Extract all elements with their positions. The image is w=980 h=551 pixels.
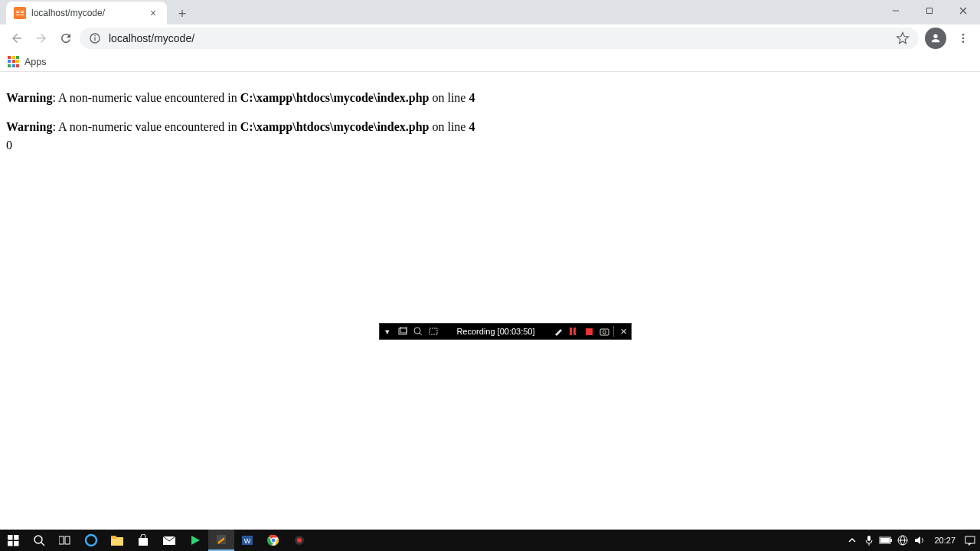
svg-rect-42 bbox=[890, 539, 892, 542]
svg-rect-19 bbox=[14, 535, 19, 540]
tray-battery-icon[interactable] bbox=[879, 530, 893, 551]
svg-rect-47 bbox=[965, 536, 975, 543]
url-text: localhost/mycode/ bbox=[109, 32, 888, 44]
taskbar-app-explorer[interactable] bbox=[104, 530, 130, 551]
svg-rect-6 bbox=[94, 35, 95, 36]
svg-rect-28 bbox=[111, 536, 116, 539]
svg-point-26 bbox=[86, 535, 96, 546]
recorder-zoom-icon[interactable] bbox=[410, 324, 426, 339]
start-button[interactable] bbox=[0, 530, 26, 551]
close-window-button[interactable] bbox=[946, 0, 980, 21]
taskbar-app-word[interactable]: W bbox=[234, 530, 260, 551]
bookmarks-bar: Apps bbox=[0, 52, 980, 72]
svg-point-9 bbox=[962, 37, 965, 40]
svg-marker-31 bbox=[191, 536, 200, 545]
tab-close-icon[interactable]: × bbox=[147, 7, 159, 19]
svg-point-10 bbox=[962, 41, 965, 43]
php-warning: Warning: A non-numeric value encountered… bbox=[6, 118, 974, 136]
recorder-status: Recording [00:03:50] bbox=[441, 327, 550, 336]
svg-rect-40 bbox=[867, 536, 871, 541]
svg-rect-21 bbox=[14, 541, 19, 546]
recorder-menu-icon[interactable]: ▾ bbox=[380, 324, 395, 339]
taskbar-left: W bbox=[0, 530, 312, 551]
recorder-divider bbox=[613, 326, 614, 337]
taskbar-app-sublime[interactable] bbox=[208, 530, 234, 551]
site-info-icon[interactable] bbox=[89, 32, 101, 44]
back-button[interactable] bbox=[6, 28, 28, 49]
taskbar-app-mail[interactable] bbox=[156, 530, 182, 551]
browser-tab[interactable]: ΞΞ localhost/mycode/ × bbox=[6, 2, 167, 24]
svg-point-39 bbox=[297, 538, 302, 543]
search-button[interactable] bbox=[26, 530, 52, 551]
svg-text:W: W bbox=[244, 537, 251, 545]
warning-label: Warning bbox=[6, 91, 52, 104]
windows-taskbar: W 20:27 bbox=[0, 530, 980, 551]
taskbar-app-recorder[interactable] bbox=[286, 530, 312, 551]
taskbar-app-store[interactable] bbox=[130, 530, 156, 551]
forward-button[interactable] bbox=[31, 28, 52, 49]
tab-strip: ΞΞ localhost/mycode/ × + bbox=[0, 0, 980, 24]
profile-button[interactable] bbox=[925, 28, 946, 49]
window-controls bbox=[879, 0, 980, 21]
maximize-button[interactable] bbox=[913, 0, 946, 21]
warning-on-line: on line bbox=[429, 91, 469, 104]
warning-text: : A non-numeric value encountered in bbox=[52, 120, 240, 133]
recorder-region-icon[interactable] bbox=[426, 324, 441, 339]
script-output: 0 bbox=[6, 136, 974, 155]
apps-shortcut[interactable]: Apps bbox=[8, 56, 47, 68]
taskbar-app-5[interactable] bbox=[182, 530, 208, 551]
recorder-draw-icon[interactable] bbox=[550, 324, 566, 339]
svg-point-13 bbox=[414, 328, 420, 334]
warning-line: 4 bbox=[469, 120, 475, 133]
warning-text: : A non-numeric value encountered in bbox=[52, 91, 240, 104]
warning-line: 4 bbox=[469, 91, 475, 104]
warning-on-line: on line bbox=[429, 120, 469, 133]
warning-label: Warning bbox=[6, 120, 52, 133]
bookmark-star-icon[interactable] bbox=[896, 31, 910, 45]
svg-rect-24 bbox=[59, 536, 64, 544]
new-tab-button[interactable]: + bbox=[172, 3, 193, 24]
warning-file: C:\xampp\htdocs\mycode\index.php bbox=[240, 120, 430, 133]
svg-rect-43 bbox=[880, 538, 890, 543]
omnibox[interactable]: localhost/mycode/ bbox=[80, 28, 919, 49]
svg-line-23 bbox=[41, 543, 44, 546]
apps-grid-icon bbox=[8, 56, 20, 68]
screen-recorder-toolbar[interactable]: ▾ Recording [00:03:50] ✕ bbox=[379, 323, 632, 340]
svg-point-22 bbox=[34, 536, 42, 543]
svg-rect-16 bbox=[600, 329, 609, 335]
page-content: Warning: A non-numeric value encountered… bbox=[0, 72, 980, 161]
taskbar-app-chrome[interactable] bbox=[260, 530, 286, 551]
address-bar-row: localhost/mycode/ bbox=[0, 24, 980, 52]
warning-file: C:\xampp\htdocs\mycode\index.php bbox=[240, 91, 430, 104]
taskbar-clock[interactable]: 20:27 bbox=[929, 536, 960, 545]
php-warning: Warning: A non-numeric value encountered… bbox=[6, 89, 974, 107]
system-tray: 20:27 bbox=[845, 530, 980, 551]
svg-rect-20 bbox=[8, 541, 13, 546]
recorder-screenshot-icon[interactable] bbox=[596, 324, 612, 339]
tray-microphone-icon[interactable] bbox=[862, 530, 876, 551]
task-view-button[interactable] bbox=[52, 530, 78, 551]
action-center-icon[interactable] bbox=[963, 530, 977, 551]
svg-rect-25 bbox=[65, 536, 70, 544]
recorder-window-icon[interactable] bbox=[395, 324, 410, 339]
recorder-pause-button[interactable] bbox=[566, 324, 581, 339]
svg-rect-18 bbox=[8, 535, 13, 540]
tray-overflow-icon[interactable] bbox=[845, 530, 859, 551]
tray-network-icon[interactable] bbox=[896, 530, 910, 551]
taskbar-app-edge[interactable] bbox=[78, 530, 104, 551]
svg-point-17 bbox=[603, 331, 606, 334]
svg-rect-5 bbox=[94, 37, 95, 41]
reload-button[interactable] bbox=[55, 28, 77, 49]
recorder-stop-button[interactable] bbox=[581, 324, 596, 339]
tray-volume-icon[interactable] bbox=[913, 530, 926, 551]
svg-rect-12 bbox=[400, 327, 407, 333]
svg-point-8 bbox=[962, 34, 965, 36]
browser-chrome: ΞΞ localhost/mycode/ × + localhost/mycod… bbox=[0, 0, 980, 72]
recorder-close-icon[interactable]: ✕ bbox=[616, 324, 631, 339]
tab-title: localhost/mycode/ bbox=[31, 8, 142, 18]
minimize-button[interactable] bbox=[879, 0, 913, 21]
xampp-favicon-icon: ΞΞ bbox=[14, 7, 26, 19]
svg-rect-1 bbox=[927, 8, 933, 14]
svg-point-7 bbox=[933, 34, 937, 38]
browser-menu-button[interactable] bbox=[952, 28, 974, 49]
